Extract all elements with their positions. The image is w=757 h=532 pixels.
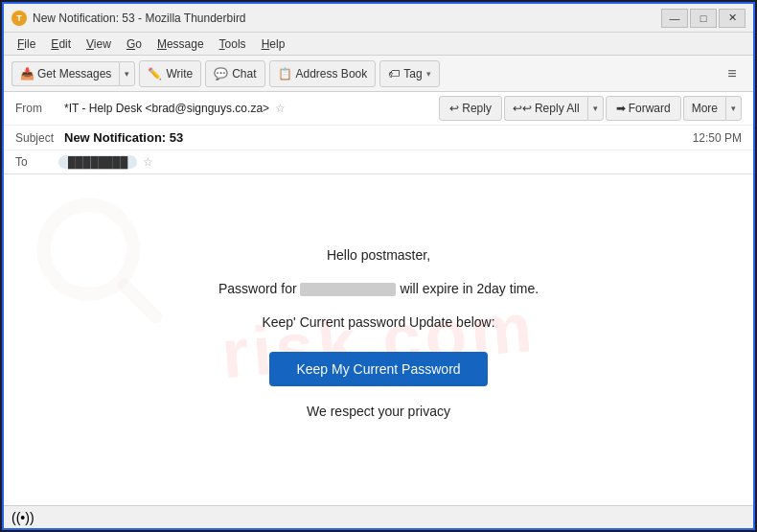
forward-icon: ➡ <box>616 102 626 115</box>
reply-all-button[interactable]: ↩↩ Reply All ▾ <box>504 96 604 121</box>
menu-view[interactable]: View <box>80 35 117 53</box>
chat-icon: 💬 <box>214 67 228 81</box>
maximize-button[interactable]: □ <box>690 9 717 28</box>
subject-value: New Notification: 53 <box>64 130 183 145</box>
address-book-icon: 📋 <box>278 67 292 81</box>
redacted-email <box>300 283 396 296</box>
menu-edit[interactable]: Edit <box>45 35 77 53</box>
get-messages-label: Get Messages <box>37 67 111 81</box>
to-star-icon[interactable]: ☆ <box>143 155 153 169</box>
subject-label: Subject <box>15 131 58 145</box>
email-body: risk.com Hello postmaster, Password for … <box>4 174 753 505</box>
keep-password-button[interactable]: Keep My Current Password <box>269 352 487 386</box>
greeting-text: Hello postmaster, <box>218 245 539 266</box>
forward-button[interactable]: ➡ Forward <box>606 96 681 121</box>
action-buttons: ↩ Reply ↩↩ Reply All ▾ ➡ Forward More <box>439 96 742 121</box>
get-messages-button[interactable]: 📥 Get Messages ▾ <box>11 61 135 86</box>
minimize-button[interactable]: — <box>661 9 688 28</box>
chat-button[interactable]: 💬 Chat <box>205 60 264 87</box>
from-star-icon[interactable]: ☆ <box>275 102 286 115</box>
tag-icon: 🏷 <box>388 67 400 81</box>
menu-bar: File Edit View Go Message Tools Help <box>4 33 753 56</box>
thunderbird-window: T New Notification: 53 - Mozilla Thunder… <box>2 2 755 530</box>
magnifier-watermark <box>33 194 167 328</box>
overflow-menu-button[interactable]: ≡ <box>719 60 746 87</box>
line1-prefix: Password for <box>218 281 297 296</box>
to-row: To ████████ ☆ <box>4 150 753 173</box>
app-icon: T <box>11 11 27 26</box>
reply-button[interactable]: ↩ Reply <box>439 96 502 121</box>
svg-line-1 <box>125 286 156 317</box>
menu-tools[interactable]: Tools <box>214 35 252 53</box>
more-button[interactable]: More ▾ <box>683 96 742 121</box>
title-bar-left: T New Notification: 53 - Mozilla Thunder… <box>11 11 246 26</box>
tag-button[interactable]: 🏷 Tag ▾ <box>379 60 439 87</box>
email-header: From *IT - Help Desk <brad@signguys.co.z… <box>4 92 753 174</box>
menu-message[interactable]: Message <box>151 35 210 53</box>
envelope-icon: 📥 <box>20 67 34 81</box>
window-title: New Notification: 53 - Mozilla Thunderbi… <box>33 12 246 25</box>
menu-go[interactable]: Go <box>121 35 148 53</box>
status-icon: ((•)) <box>11 510 34 525</box>
from-value: *IT - Help Desk <brad@signguys.co.za> <box>64 102 269 115</box>
address-book-button[interactable]: 📋 Address Book <box>269 60 377 87</box>
from-label: From <box>15 102 58 115</box>
write-button[interactable]: ✏️ Write <box>139 60 201 87</box>
close-button[interactable]: ✕ <box>719 9 746 28</box>
email-content: Hello postmaster, Password for will expi… <box>199 226 558 454</box>
subject-row: Subject New Notification: 53 12:50 PM <box>4 126 753 150</box>
reply-all-icon: ↩↩ <box>513 102 532 115</box>
reply-icon: ↩ <box>449 102 459 115</box>
update-prompt-text: Keep' Current password Update below: <box>218 312 539 333</box>
window-controls: — □ ✕ <box>661 9 746 28</box>
menu-help[interactable]: Help <box>256 35 291 53</box>
menu-file[interactable]: File <box>11 35 41 53</box>
svg-point-0 <box>44 205 133 294</box>
to-label: To <box>15 155 58 169</box>
to-value: ████████ <box>58 155 137 169</box>
write-icon: ✏️ <box>148 67 162 81</box>
toolbar: 📥 Get Messages ▾ ✏️ Write 💬 Chat 📋 Addre… <box>4 56 753 92</box>
title-bar: T New Notification: 53 - Mozilla Thunder… <box>4 4 753 33</box>
password-expiry-text: Password for will expire in 2day time. <box>218 279 539 299</box>
privacy-text: We respect your privacy <box>218 402 539 422</box>
email-timestamp: 12:50 PM <box>693 131 742 145</box>
from-row: From *IT - Help Desk <brad@signguys.co.z… <box>4 92 753 126</box>
line1-suffix: will expire in 2day time. <box>400 281 539 296</box>
status-bar: ((•)) <box>4 505 753 528</box>
